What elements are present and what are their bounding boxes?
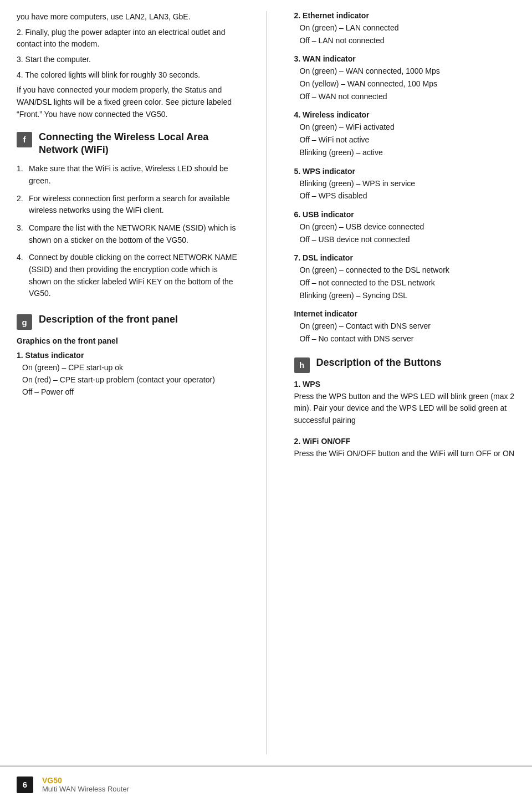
wireless-item-1: On (green) – WiFi activated: [300, 121, 516, 134]
status-indicator-section: 1. Status indicator On (green) – CPE sta…: [17, 351, 238, 398]
section-f-list: 1. Make sure that the WiFi is active, Wi…: [17, 163, 238, 300]
section-f-title: Connecting the Wireless Local Area Netwo…: [39, 131, 238, 157]
internet-item-1: On (green) – Contact with DNS server: [300, 320, 516, 333]
usb-num: 6.: [294, 210, 301, 219]
intro-p2: 2. Finally, plug the power adapter into …: [17, 27, 238, 50]
ethernet-item-1: On (green) – LAN connected: [300, 22, 516, 34]
wps-ind-title-text: WPS indicator: [303, 167, 355, 176]
internet-items: On (green) – Contact with DNS server Off…: [300, 320, 516, 345]
ethernet-items: On (green) – LAN connected Off – LAN not…: [300, 22, 516, 47]
wireless-title: 4. Wireless indicator: [294, 110, 516, 119]
wan-item-2: On (yellow) – WAN connected, 100 Mps: [300, 78, 516, 90]
section-f-header: f Connecting the Wireless Local Area Net…: [17, 131, 238, 157]
wan-item-3: Off – WAN not connected: [300, 91, 516, 103]
column-divider: [266, 11, 267, 754]
footer-product-sub: Multi WAN Wireless Router: [42, 785, 129, 793]
right-column: 2. Ethernet indicator On (green) – LAN c…: [294, 11, 516, 754]
usb-item-2: Off – USB device not connected: [300, 234, 516, 246]
intro-p1: you have more computers, use LAN2, LAN3,…: [17, 11, 238, 23]
dsl-item-3: Blinking (green) – Syncing DSL: [300, 290, 516, 302]
wifi-button-num: 2.: [294, 437, 301, 446]
intro-p5: If you have connected your modem properl…: [17, 84, 238, 120]
dsl-num: 7.: [294, 253, 301, 262]
section-f-item-2: 2. For wireless connection first perform…: [17, 193, 238, 217]
wireless-items: On (green) – WiFi activated Off – WiFi n…: [300, 121, 516, 159]
usb-items: On (green) – USB device connected Off – …: [300, 221, 516, 246]
wireless-item-3: Blinking (green) – active: [300, 147, 516, 159]
wan-title: 3. WAN indicator: [294, 54, 516, 63]
intro-p4: 4. The colored lights will blink for rou…: [17, 69, 238, 81]
wireless-title-text: Wireless indicator: [303, 110, 369, 119]
section-f-badge: f: [17, 132, 32, 147]
status-title-text: Status indicator: [25, 351, 84, 360]
dsl-items: On (green) – connected to the DSL networ…: [300, 264, 516, 302]
intro-p3: 3. Start the computer.: [17, 54, 238, 66]
wps-ind-num: 5.: [294, 167, 301, 176]
graphics-section: Graphics on the front panel 1. Status in…: [17, 336, 238, 398]
wps-ind-item-2: Off – WPS disabled: [300, 190, 516, 202]
footer: 6 VG50 Multi WAN Wireless Router: [0, 765, 532, 802]
ethernet-title-text: Ethernet indicator: [303, 11, 369, 20]
ethernet-num: 2.: [294, 11, 301, 20]
internet-indicator: Internet indicator On (green) – Contact …: [294, 309, 516, 345]
usb-title: 6. USB indicator: [294, 210, 516, 219]
wps-ind-item-1: Blinking (green) – WPS in service: [300, 178, 516, 190]
dsl-title-text: DSL indicator: [303, 253, 353, 262]
wan-title-text: WAN indicator: [303, 54, 356, 63]
wan-num: 3.: [294, 54, 301, 63]
wan-items: On (green) – WAN connected, 1000 Mps On …: [300, 65, 516, 103]
wps-button-section: 1. WPS Press the WPS button and the WPS …: [294, 380, 516, 427]
usb-title-text: USB indicator: [303, 210, 354, 219]
status-item-1: On (green) – CPE start-up ok: [22, 362, 238, 374]
status-num: 1.: [17, 351, 23, 360]
wps-button-text: Press the WPS button and the WPS LED wil…: [294, 391, 516, 427]
wan-indicator: 3. WAN indicator On (green) – WAN connec…: [294, 54, 516, 103]
section-g-badge: g: [17, 314, 32, 330]
dsl-title: 7. DSL indicator: [294, 253, 516, 262]
section-h: h Description of the Buttons 1. WPS Pres…: [294, 356, 516, 460]
section-h-badge: h: [294, 357, 310, 373]
status-item-3: Off – Power off: [22, 386, 238, 399]
status-item-2: On (red) – CPE start-up problem (contact…: [22, 374, 238, 386]
dsl-indicator: 7. DSL indicator On (green) – connected …: [294, 253, 516, 302]
section-h-header: h Description of the Buttons: [294, 356, 516, 373]
footer-page-number: 6: [17, 777, 33, 793]
wireless-item-2: Off – WiFi not active: [300, 134, 516, 146]
wps-ind-title: 5. WPS indicator: [294, 167, 516, 176]
status-indicator-list: On (green) – CPE start-up ok On (red) – …: [22, 362, 238, 398]
left-column: you have more computers, use LAN2, LAN3,…: [17, 11, 238, 754]
internet-item-2: Off – No contact with DNS server: [300, 333, 516, 345]
graphics-title: Graphics on the front panel: [17, 336, 238, 345]
section-f-item-4: 4. Connect by double clicking on the cor…: [17, 252, 238, 300]
dsl-item-1: On (green) – connected to the DSL networ…: [300, 264, 516, 277]
wps-button-num: 1.: [294, 380, 301, 389]
wps-button-title: 1. WPS: [294, 380, 516, 389]
wifi-button-section: 2. WiFi ON/OFF Press the WiFi ON/OFF but…: [294, 437, 516, 460]
wps-ind-items: Blinking (green) – WPS in service Off – …: [300, 178, 516, 202]
wireless-indicator: 4. Wireless indicator On (green) – WiFi …: [294, 110, 516, 159]
internet-title-text: Internet indicator: [294, 309, 357, 318]
wps-indicator: 5. WPS indicator Blinking (green) – WPS …: [294, 167, 516, 202]
wan-item-1: On (green) – WAN connected, 1000 Mps: [300, 65, 516, 78]
page-container: you have more computers, use LAN2, LAN3,…: [0, 0, 532, 802]
internet-title: Internet indicator: [294, 309, 516, 318]
ethernet-item-2: Off – LAN not connected: [300, 35, 516, 47]
section-g: g Description of the front panel Graphic…: [17, 313, 238, 398]
wireless-num: 4.: [294, 110, 301, 119]
footer-product-name: VG50: [42, 776, 129, 785]
section-h-title: Description of the Buttons: [316, 356, 442, 369]
section-f: f Connecting the Wireless Local Area Net…: [17, 131, 238, 300]
dsl-item-2: Off – not connected to the DSL network: [300, 277, 516, 289]
wifi-button-text: Press the WiFi ON/OFF button and the WiF…: [294, 448, 516, 460]
main-content: you have more computers, use LAN2, LAN3,…: [0, 0, 532, 765]
wps-button-title-text: WPS: [303, 380, 320, 389]
wifi-button-title-text: WiFi ON/OFF: [303, 437, 350, 446]
ethernet-title: 2. Ethernet indicator: [294, 11, 516, 20]
section-g-title: Description of the front panel: [39, 313, 178, 326]
usb-indicator: 6. USB indicator On (green) – USB device…: [294, 210, 516, 246]
right-indicators: 2. Ethernet indicator On (green) – LAN c…: [294, 11, 516, 345]
intro-text: you have more computers, use LAN2, LAN3,…: [17, 11, 238, 121]
section-f-item-3: 3. Compare the list with the NETWORK NAM…: [17, 222, 238, 246]
ethernet-indicator: 2. Ethernet indicator On (green) – LAN c…: [294, 11, 516, 47]
status-indicator-title: 1. Status indicator: [17, 351, 238, 360]
